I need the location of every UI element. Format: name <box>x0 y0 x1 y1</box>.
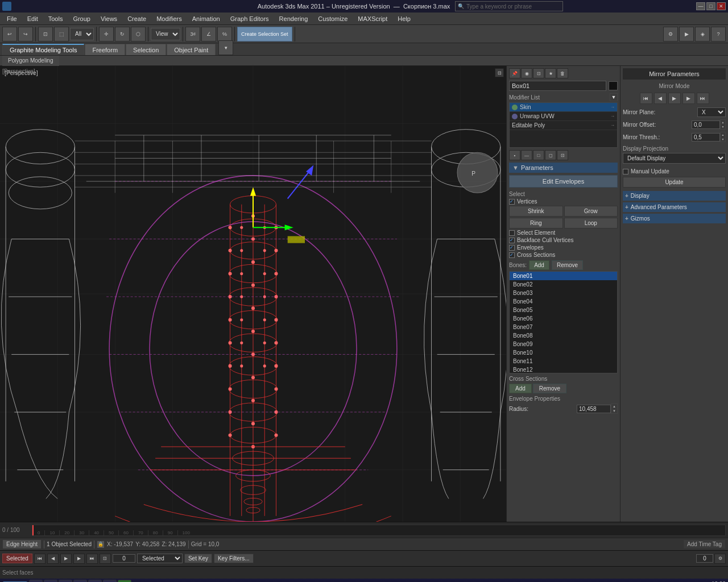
key-mode-btn[interactable]: ⊡ <box>100 554 111 564</box>
edge-mode-btn[interactable]: — <box>521 150 532 160</box>
add-time-tag-btn[interactable]: Add Time Tag <box>683 539 726 549</box>
menu-maxscript[interactable]: MAXScript <box>353 14 392 23</box>
modifier-editable-poly[interactable]: Editable Poly → <box>510 121 617 130</box>
frame-input[interactable] <box>113 554 135 563</box>
edge-height-btn[interactable]: Edge Height <box>2 539 42 549</box>
bone-item-bone11[interactable]: Bone11 <box>510 357 617 365</box>
play-btn[interactable]: ▶ <box>60 554 72 564</box>
mirror-thresh-input[interactable] <box>692 133 720 142</box>
percent-snap[interactable]: % <box>217 27 232 41</box>
bones-add-btn[interactable]: Add <box>529 260 549 270</box>
vp-maximize-btn[interactable]: ⊡ <box>495 68 504 77</box>
bone-item-bone08[interactable]: Bone08 <box>510 331 617 340</box>
lock-icon[interactable]: 🔒 <box>97 541 105 548</box>
mirror-play-btn[interactable]: ▶ <box>668 93 681 104</box>
render-btn[interactable]: ▶ <box>679 27 694 41</box>
maximize-button[interactable]: □ <box>706 2 715 10</box>
menu-views[interactable]: Views <box>96 14 122 23</box>
taskbar-explorer-icon[interactable]: 🪟 <box>29 580 43 582</box>
time-config-btn[interactable]: ⚙ <box>714 554 726 564</box>
bones-remove-btn[interactable]: Remove <box>552 260 583 270</box>
frame-num-input[interactable] <box>696 554 713 563</box>
menu-customize[interactable]: Customize <box>313 14 352 23</box>
go-start-btn[interactable]: ⏮ <box>34 554 46 564</box>
modifier-list-dropdown-btn[interactable]: ▼ <box>610 93 618 101</box>
viewport[interactable]: P [Perspective] <box>0 66 506 522</box>
mirror-step-fwd-btn[interactable]: ▶ <box>682 93 695 104</box>
parameters-header[interactable]: ▼ Parameters <box>509 163 618 173</box>
loop-btn[interactable]: Loop <box>564 218 618 228</box>
object-name-input[interactable] <box>509 81 606 91</box>
mirror-step-back-btn[interactable]: ◀ <box>654 93 667 104</box>
thresh-spin-up[interactable]: ▲ <box>721 132 725 137</box>
envelopes-checkbox[interactable] <box>509 245 515 251</box>
poly-mode-btn[interactable]: ◻ <box>545 150 556 160</box>
tab-options-btn[interactable]: ▼ <box>218 40 233 55</box>
update-btn[interactable]: Update <box>623 177 726 188</box>
tab-selection[interactable]: Selection <box>126 44 166 55</box>
object-color-swatch[interactable] <box>609 81 618 90</box>
offset-spin-down[interactable]: ▼ <box>721 124 725 129</box>
bone-item-bone04[interactable]: Bone04 <box>510 297 617 306</box>
mirror-thresh-spinner[interactable]: ▲ ▼ <box>720 132 726 142</box>
menu-modifiers[interactable]: Modifiers <box>152 14 187 23</box>
bones-list[interactable]: Bone01 Bone02 Bone03 Bone04 Bone05 Bone0… <box>509 271 618 373</box>
bone-item-bone05[interactable]: Bone05 <box>510 306 617 314</box>
tab-freeform[interactable]: Freeform <box>85 44 125 55</box>
cross-add-btn[interactable]: Add <box>509 384 532 393</box>
create-selection-btn[interactable]: Create Selection Set <box>237 27 292 41</box>
modifier-skin[interactable]: Skin → <box>510 103 617 112</box>
display-collapsible[interactable]: + Display <box>623 191 726 201</box>
menu-edit[interactable]: Edit <box>23 14 43 23</box>
bone-item-bone10[interactable]: Bone10 <box>510 348 617 357</box>
radius-input[interactable] <box>577 405 611 413</box>
radius-spin-down[interactable]: ▼ <box>611 409 617 413</box>
ring-btn[interactable]: Ring <box>509 218 563 228</box>
redo-button[interactable]: ↪ <box>18 27 33 41</box>
timeline-track[interactable]: 0 10 20 30 40 50 60 70 80 90 100 <box>32 525 726 536</box>
vertex-mode-btn[interactable]: • <box>509 150 520 160</box>
mirror-offset-spinner[interactable]: ▲ ▼ <box>720 119 726 130</box>
element-mode-btn[interactable]: ⊡ <box>557 150 568 160</box>
bone-item-bone12[interactable]: Bone12 <box>510 365 617 373</box>
menu-graph-editors[interactable]: Graph Editors <box>226 14 274 23</box>
mirror-next-btn[interactable]: ⏭ <box>697 93 709 104</box>
scale-btn[interactable]: ⬡ <box>131 27 146 41</box>
set-key-btn[interactable]: Set Key <box>184 554 212 563</box>
angle-snap[interactable]: ∠ <box>201 27 216 41</box>
tab-graphite[interactable]: Graphite Modeling Tools <box>2 44 84 55</box>
remove-modifier-btn[interactable]: 🗑 <box>557 68 568 78</box>
selected-dropdown[interactable]: Selected <box>137 554 183 563</box>
select-region-btn[interactable]: ⬚ <box>54 27 69 41</box>
prev-frame-btn[interactable]: ◀ <box>47 554 59 564</box>
bone-item-bone07[interactable]: Bone07 <box>510 323 617 331</box>
menu-help[interactable]: Help <box>393 14 415 23</box>
bone-item-bone09[interactable]: Bone09 <box>510 340 617 348</box>
rotate-btn[interactable]: ↻ <box>115 27 130 41</box>
pin-stack-btn[interactable]: 📌 <box>509 68 520 78</box>
select-element-checkbox[interactable] <box>509 230 515 236</box>
search-bar[interactable]: 🔍 Type a keyword or phrase <box>455 1 563 11</box>
make-unique-btn[interactable]: ★ <box>545 68 556 78</box>
menu-tools[interactable]: Tools <box>44 14 68 23</box>
show-result-btn[interactable]: ◉ <box>521 68 532 78</box>
edit-envelopes-btn[interactable]: Edit Envelopes <box>509 175 618 188</box>
taskbar-folder-icon[interactable]: 📁 <box>44 580 57 582</box>
radius-spinner[interactable]: ▲ ▼ <box>611 404 618 414</box>
menu-group[interactable]: Group <box>68 14 95 23</box>
gizmos-collapsible[interactable]: + Gizmos <box>623 214 726 223</box>
mirror-offset-input[interactable] <box>692 120 720 129</box>
minimize-button[interactable]: — <box>696 2 705 10</box>
render-setup-btn[interactable]: ⚙ <box>663 27 678 41</box>
thresh-spin-down[interactable]: ▼ <box>721 137 725 142</box>
bone-item-bone01[interactable]: Bone01 <box>510 272 617 280</box>
show-end-result-btn[interactable]: ⊡ <box>533 68 544 78</box>
select-object-btn[interactable]: ⊡ <box>38 27 53 41</box>
taskbar-game-icon[interactable]: 🎮 <box>59 580 72 582</box>
mirror-plane-dropdown[interactable]: X Y Z <box>697 107 726 117</box>
playhead[interactable] <box>32 525 34 535</box>
go-end-btn[interactable]: ⏭ <box>86 554 98 564</box>
bone-item-bone06[interactable]: Bone06 <box>510 314 617 323</box>
help-btn[interactable]: ? <box>711 27 726 41</box>
filter-dropdown[interactable]: All <box>70 28 94 40</box>
